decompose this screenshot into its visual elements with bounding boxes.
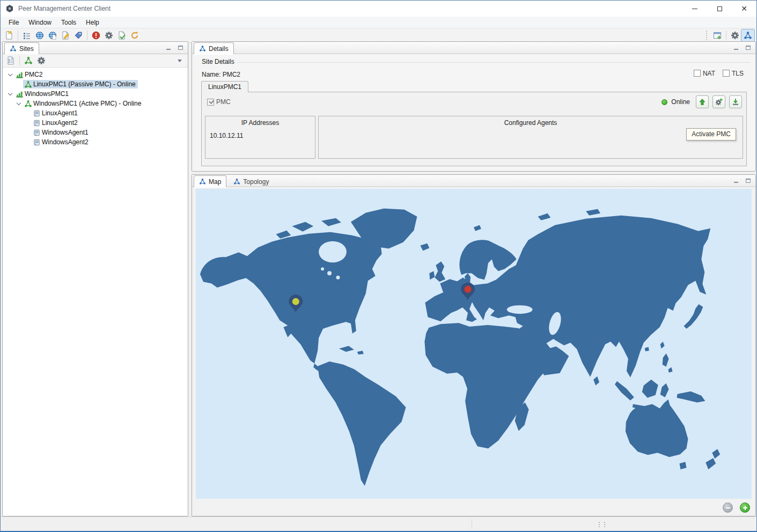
map-tab-icon	[199, 178, 206, 185]
expand-chevron-icon[interactable]	[6, 93, 14, 95]
tree-label: LinuxAgent1	[41, 109, 80, 117]
minimize-button[interactable]	[682, 1, 707, 17]
management-gear-icon	[731, 31, 739, 40]
sites-minimize-button[interactable]	[164, 44, 173, 51]
sites-tab-label: Sites	[19, 45, 34, 53]
configured-agents-header: Configured Agents	[319, 116, 743, 127]
tree-label: WindowsAgent2	[41, 138, 91, 146]
close-button[interactable]: ✕	[732, 1, 756, 17]
world-map[interactable]	[196, 189, 752, 499]
menu-file[interactable]: File	[4, 17, 24, 28]
menu-tools[interactable]: Tools	[56, 17, 81, 28]
map-maximize-button[interactable]	[744, 177, 752, 184]
topology-perspective-button[interactable]	[741, 29, 754, 42]
pmc-checkbox-row: PMC	[207, 98, 231, 106]
tls-label: TLS	[732, 70, 744, 77]
tree-row-windowsagent1[interactable]: WindowsAgent1	[3, 128, 188, 137]
reconnect-button[interactable]	[22, 55, 35, 67]
install-updates-button[interactable]	[729, 95, 742, 108]
zoom-in-button[interactable]	[740, 503, 750, 513]
sites-panel-header: Sites	[3, 42, 188, 54]
window-title: Peer Management Center Client	[18, 5, 111, 12]
tree-row-linuxagent1[interactable]: LinuxAgent1	[3, 108, 188, 118]
show-view-button[interactable]	[20, 29, 33, 42]
configured-agents-box: Configured Agents	[318, 116, 743, 159]
topology-tab-label: Topology	[243, 178, 269, 186]
ip-addresses-box: IP Addresses 10.10.12.11	[205, 116, 315, 159]
activate-pmc-tooltip: Activate PMC	[686, 128, 736, 141]
add-report-button[interactable]	[4, 55, 17, 67]
tree-row-windowspmc1-active[interactable]: WindowsPMC1 (Active PMC) - Online	[3, 99, 188, 108]
web-help-button[interactable]	[46, 29, 59, 42]
section-divider	[238, 62, 750, 63]
edit-report-button[interactable]	[59, 29, 72, 42]
new-configuration-button[interactable]	[3, 29, 16, 42]
maximize-button[interactable]	[707, 1, 732, 17]
toolbar-separator	[19, 56, 20, 65]
tree-row-linuxpmc1[interactable]: LinuxPMC1 (Passive PMC) - Online	[3, 79, 188, 89]
sites-tab-icon	[10, 45, 17, 52]
zoom-out-button[interactable]	[723, 503, 733, 513]
expand-chevron-icon[interactable]	[6, 74, 14, 76]
pmc-detail-content: PMC Online	[201, 92, 747, 166]
sites-tree: PMC2 LinuxPMC1 (Passive PMC) - Online Wi…	[3, 68, 188, 516]
reconnect-icon	[24, 56, 33, 65]
tree-row-windowspmc1-site[interactable]: WindowsPMC1	[3, 89, 188, 99]
site-details-title: Site Details	[202, 58, 234, 65]
tab-map[interactable]: Map	[194, 175, 226, 187]
nat-checkbox[interactable]: NAT	[694, 70, 715, 77]
tree-row-pmc2[interactable]: PMC2	[3, 70, 188, 79]
web-client-button[interactable]	[33, 29, 46, 42]
add-report-icon	[6, 56, 15, 65]
open-perspective-button[interactable]	[711, 29, 724, 42]
topology-tab-icon	[233, 178, 240, 185]
tls-checkbox-box[interactable]	[723, 70, 730, 77]
status-bar	[1, 516, 756, 531]
maximize-icon	[746, 179, 751, 183]
tab-details[interactable]: Details	[194, 42, 234, 54]
refresh-button[interactable]	[128, 29, 141, 42]
map-minimize-button[interactable]	[732, 177, 740, 184]
tab-linuxpmc1[interactable]: LinuxPMC1	[201, 81, 248, 92]
sites-settings-button[interactable]	[35, 55, 48, 67]
statusbar-grip	[599, 522, 605, 527]
management-perspective-button[interactable]	[729, 29, 741, 42]
details-maximize-button[interactable]	[744, 44, 752, 51]
details-minimize-button[interactable]	[732, 44, 740, 51]
tree-label: WindowsPMC1 (Active PMC) - Online	[33, 99, 143, 108]
nat-checkbox-box[interactable]	[694, 70, 701, 77]
app-logo-icon	[5, 4, 14, 13]
configure-pmc-button[interactable]	[712, 95, 725, 108]
tree-row-linuxagent2[interactable]: LinuxAgent2	[3, 118, 188, 128]
statusbar-separator	[472, 519, 472, 529]
pmc-checkbox	[207, 99, 214, 106]
preferences-icon	[105, 31, 113, 40]
alerts-button[interactable]	[90, 29, 102, 42]
web-help-icon	[48, 31, 57, 40]
agent-icon	[32, 138, 41, 146]
tags-button[interactable]	[72, 29, 85, 42]
details-body: Site Details Name: PMC2 NAT TLS LinuxPMC…	[192, 55, 755, 171]
configured-agents-value	[319, 127, 743, 132]
details-panel-header: Details	[192, 42, 755, 54]
tab-sites[interactable]: Sites	[4, 42, 39, 54]
expand-chevron-icon[interactable]	[14, 103, 23, 105]
minimize-icon	[166, 49, 171, 50]
main-toolbar	[1, 28, 756, 43]
view-menu-button[interactable]	[173, 55, 186, 67]
tree-row-windowsagent2[interactable]: WindowsAgent2	[3, 137, 188, 147]
maximize-icon	[178, 46, 183, 50]
close-icon: ✕	[741, 5, 747, 12]
app-window: Peer Management Center Client ✕ File Win…	[0, 0, 757, 532]
menu-help[interactable]: Help	[81, 17, 104, 28]
preferences-button[interactable]	[102, 29, 115, 42]
toolbar-separator	[726, 31, 726, 40]
online-status-icon	[662, 99, 667, 105]
menu-window[interactable]: Window	[24, 17, 56, 28]
activate-pmc-button[interactable]	[696, 95, 709, 108]
map-pin-dot	[465, 286, 472, 293]
tls-checkbox[interactable]: TLS	[723, 70, 744, 77]
jobs-button[interactable]	[115, 29, 128, 42]
tab-topology[interactable]: Topology	[228, 175, 274, 187]
sites-maximize-button[interactable]	[176, 44, 185, 51]
